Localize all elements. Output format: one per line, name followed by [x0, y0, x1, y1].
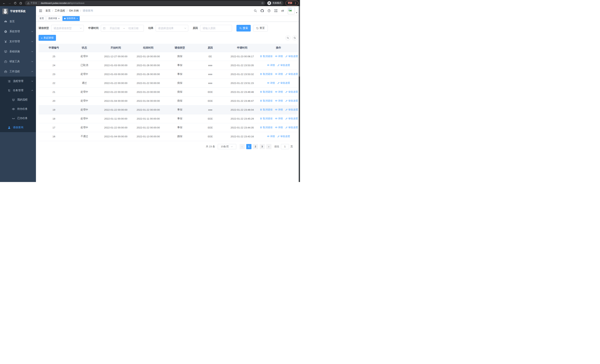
apply-time-label: 申请时间: [88, 27, 99, 30]
date-separator: -: [124, 27, 124, 30]
sidebar-item[interactable]: 系统管理: [0, 27, 36, 37]
detail-link[interactable]: 详情: [275, 90, 283, 93]
browser-back-button[interactable]: ←: [1, 0, 7, 6]
page-number-button[interactable]: 1: [246, 144, 252, 149]
user-menu[interactable]: ▾: [288, 7, 297, 14]
detail-link[interactable]: 详情: [275, 99, 283, 103]
sidebar-item[interactable]: 工作流程: [0, 66, 36, 76]
detail-link[interactable]: 详情: [275, 73, 283, 76]
detail-link[interactable]: 详情: [275, 117, 283, 120]
toggle-search-button[interactable]: [285, 35, 290, 40]
cancel-leave-link[interactable]: 取消请假: [260, 126, 272, 129]
leave-type-input[interactable]: [51, 25, 84, 31]
cancel-leave-link[interactable]: 取消请假: [260, 90, 272, 93]
sidebar-item[interactable]: 首页: [0, 17, 36, 27]
sidebar-subitem[interactable]: 我的流程: [0, 95, 36, 104]
approval-progress-link[interactable]: 审批进度: [285, 126, 298, 129]
approval-progress-link[interactable]: 审批进度: [277, 81, 290, 85]
bookmark-star-icon[interactable]: [260, 1, 265, 5]
url-host: dashboard.yudao.iocoder.cn: [41, 2, 70, 4]
sidebar-subitem[interactable]: 待办任务: [0, 104, 36, 114]
font-size-icon[interactable]: tT: [281, 9, 285, 13]
approval-progress-link[interactable]: 审批进度: [285, 99, 298, 103]
sidebar-item[interactable]: 研发工具: [0, 56, 36, 66]
approval-progress-link[interactable]: 审批进度: [285, 108, 298, 111]
task-submenu: 我的流程 待办任务 已办任务: [0, 95, 36, 123]
view-tab[interactable]: 首页: [38, 16, 46, 21]
caret-down-icon[interactable]: ▾: [296, 11, 297, 14]
address-bar[interactable]: 不安全 dashboard.yudao.iocoder.cn/bpm/oa/le…: [25, 1, 265, 5]
approval-progress-link[interactable]: 审批进度: [285, 55, 298, 58]
browser-menu-icon[interactable]: ⋮: [294, 2, 297, 5]
breadcrumb-item[interactable]: /OA 示例: [65, 9, 79, 12]
cell-apply-time: 2022-01-22 23:49:46: [225, 87, 259, 96]
cancel-leave-link[interactable]: 取消请假: [260, 73, 272, 76]
view-tab[interactable]: 请假查询 ×: [62, 16, 80, 21]
refresh-table-button[interactable]: [292, 35, 297, 40]
approval-progress-link[interactable]: 审批进度: [285, 73, 298, 76]
github-icon[interactable]: [260, 9, 264, 13]
update-button[interactable]: 更新 ⋮: [285, 1, 299, 6]
result-input[interactable]: [156, 25, 188, 31]
detail-link[interactable]: 详情: [267, 135, 275, 138]
sidebar-item-label: 基础设施: [9, 50, 20, 53]
goto-page-input[interactable]: [281, 144, 289, 149]
app-logo[interactable]: 芋道管理系统: [0, 6, 36, 17]
search-button[interactable]: 搜索: [236, 25, 251, 31]
leave-type-select[interactable]: [51, 25, 84, 31]
breadcrumb-item[interactable]: /请假查询: [79, 9, 93, 12]
close-icon[interactable]: ×: [76, 17, 78, 20]
view-tab[interactable]: 流程详情 ×: [47, 16, 62, 21]
scrollbar-thumb[interactable]: [299, 6, 300, 76]
cell-actions: 取消请假 详情 审批进度: [259, 105, 298, 114]
sidebar-subitem[interactable]: 任务管理: [0, 86, 36, 95]
cell-end-time: 2022-01-26 00:00:00: [132, 61, 164, 70]
breadcrumb-item[interactable]: /工作流程: [51, 9, 65, 12]
page-number-button[interactable]: 2: [253, 144, 258, 149]
cancel-leave-link[interactable]: 取消请假: [260, 117, 272, 120]
approval-progress-link[interactable]: 审批进度: [277, 135, 290, 138]
apply-time-range-picker[interactable]: -: [101, 25, 144, 31]
sidebar-subitem[interactable]: 流程管理: [0, 76, 36, 86]
page-number-button[interactable]: 3: [260, 144, 265, 149]
sidebar-subitem[interactable]: 已办任务: [0, 114, 36, 123]
create-leave-button[interactable]: + 发起请假: [38, 35, 56, 41]
detail-link[interactable]: 详情: [275, 108, 283, 111]
sidebar-item[interactable]: 支付管理: [0, 37, 36, 47]
sidebar-item-leave-query[interactable]: 请假查询: [0, 123, 36, 132]
browser-home-button[interactable]: [18, 0, 23, 6]
end-date-input[interactable]: [125, 27, 142, 30]
breadcrumb-item[interactable]: 首页: [45, 9, 51, 12]
detail-link[interactable]: 详情: [267, 81, 275, 85]
fullscreen-icon[interactable]: [274, 9, 278, 13]
detail-link[interactable]: 详情: [275, 55, 283, 58]
prev-page-button[interactable]: ‹: [240, 144, 245, 149]
header-search-icon[interactable]: [253, 9, 257, 13]
browser-forward-button[interactable]: →: [7, 0, 12, 6]
detail-link[interactable]: 详情: [267, 64, 275, 67]
browser-reload-button[interactable]: [13, 0, 18, 6]
approval-progress-link[interactable]: 审批进度: [277, 64, 290, 67]
sidebar-item[interactable]: 基础设施: [0, 47, 36, 56]
hamburger-icon[interactable]: [39, 9, 42, 13]
start-date-input[interactable]: [106, 27, 123, 30]
view-tab-label: 请假查询: [66, 17, 75, 20]
cancel-leave-link[interactable]: 取消请假: [260, 108, 272, 111]
next-page-button[interactable]: ›: [266, 144, 272, 149]
result-select[interactable]: [156, 25, 188, 31]
reason-input[interactable]: [200, 25, 232, 31]
reset-button[interactable]: 重置: [253, 25, 268, 31]
cancel-leave-link[interactable]: 取消请假: [260, 55, 272, 58]
detail-link[interactable]: 详情: [275, 126, 283, 129]
close-icon[interactable]: ×: [58, 17, 60, 20]
sidebar: 芋道管理系统 首页 系统管理 支付管理: [0, 6, 36, 182]
cell-end-time: 2022-01-13 00:00:00: [132, 132, 164, 141]
page-size-select[interactable]: 10条/页: [218, 144, 236, 149]
approval-progress-link[interactable]: 审批进度: [285, 117, 298, 120]
sidebar-item-label: 工作流程: [9, 70, 20, 73]
help-icon[interactable]: [267, 9, 271, 13]
approval-progress-link[interactable]: 审批进度: [285, 90, 298, 93]
scrollbar[interactable]: [299, 6, 300, 182]
cell-reason: eee: [195, 70, 225, 79]
cancel-leave-link[interactable]: 取消请假: [260, 99, 272, 103]
